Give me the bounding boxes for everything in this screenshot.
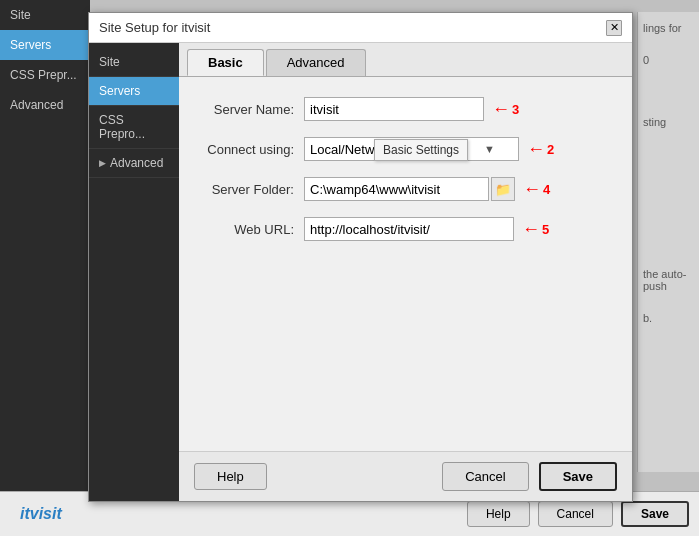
bg-save-button[interactable]: Save: [621, 501, 689, 527]
web-url-label: Web URL:: [194, 222, 304, 237]
nav-item-site[interactable]: Site: [89, 48, 179, 77]
form-area: Basic Settings Server Name: ← 3 Connect …: [179, 77, 632, 451]
dialog-nav: Site Servers CSS Prepro... ▶ Advanced: [89, 43, 179, 501]
help-button[interactable]: Help: [194, 463, 267, 490]
dialog-titlebar: Site Setup for itvisit ✕: [89, 13, 632, 43]
bg-logo: itvisit: [20, 505, 62, 523]
bg-cancel-button[interactable]: Cancel: [538, 501, 613, 527]
bg-help-button[interactable]: Help: [467, 501, 530, 527]
bg-sidebar-advanced: Advanced: [0, 90, 90, 120]
dialog-content: Basic Advanced Basic Settings Server Nam…: [179, 43, 632, 501]
bg-right-text1: lings for: [638, 12, 699, 44]
tab-basic[interactable]: Basic: [187, 49, 264, 76]
arrow-3: ← 3: [492, 99, 519, 120]
server-folder-input[interactable]: [304, 177, 489, 201]
dialog-title: Site Setup for itvisit: [99, 20, 210, 35]
bg-sidebar-site: Site: [0, 0, 90, 30]
save-button[interactable]: Save: [539, 462, 617, 491]
tab-advanced[interactable]: Advanced: [266, 49, 366, 76]
arrow-4: ← 4: [523, 179, 550, 200]
dialog-inner: Site Servers CSS Prepro... ▶ Advanced Ba…: [89, 43, 632, 501]
bg-sidebar: Site Servers CSS Prepr... Advanced: [0, 0, 90, 536]
web-url-row: Web URL: ← 5: [194, 217, 617, 241]
connect-using-label: Connect using:: [194, 142, 304, 157]
web-url-input[interactable]: [304, 217, 514, 241]
bg-right-text2: 0: [638, 44, 699, 76]
browse-folder-button[interactable]: 📁: [491, 177, 515, 201]
server-folder-row: Server Folder: 📁 ← 4: [194, 177, 617, 201]
bg-right-text3: sting: [638, 106, 699, 138]
cancel-button[interactable]: Cancel: [442, 462, 528, 491]
server-name-label: Server Name:: [194, 102, 304, 117]
server-name-row: Server Name: ← 3: [194, 97, 617, 121]
bg-right-text4: the auto-push: [638, 258, 699, 302]
dialog-footer: Help Cancel Save: [179, 451, 632, 501]
footer-right-buttons: Cancel Save: [442, 462, 617, 491]
bg-right-text5: b.: [638, 302, 699, 334]
nav-item-css[interactable]: CSS Prepro...: [89, 106, 179, 149]
folder-icon: 📁: [495, 182, 511, 197]
bg-right-strip: lings for 0 sting the auto-push b.: [637, 12, 699, 472]
close-button[interactable]: ✕: [606, 20, 622, 36]
bg-sidebar-css: CSS Prepr...: [0, 60, 90, 90]
arrow-2: ← 2: [527, 139, 554, 160]
nav-item-servers[interactable]: Servers: [89, 77, 179, 106]
bg-sidebar-servers: Servers: [0, 30, 90, 60]
expand-arrow-icon: ▶: [99, 158, 106, 168]
server-name-input[interactable]: [304, 97, 484, 121]
arrow-5: ← 5: [522, 219, 549, 240]
bg-bottom-buttons: Help Cancel Save: [467, 501, 689, 527]
nav-item-advanced[interactable]: ▶ Advanced: [89, 149, 179, 178]
nav-item-advanced-label: Advanced: [110, 156, 163, 170]
tabs-bar: Basic Advanced: [179, 43, 632, 77]
tooltip: Basic Settings: [374, 139, 468, 161]
site-setup-dialog: Site Setup for itvisit ✕ Site Servers CS…: [88, 12, 633, 502]
server-folder-label: Server Folder:: [194, 182, 304, 197]
